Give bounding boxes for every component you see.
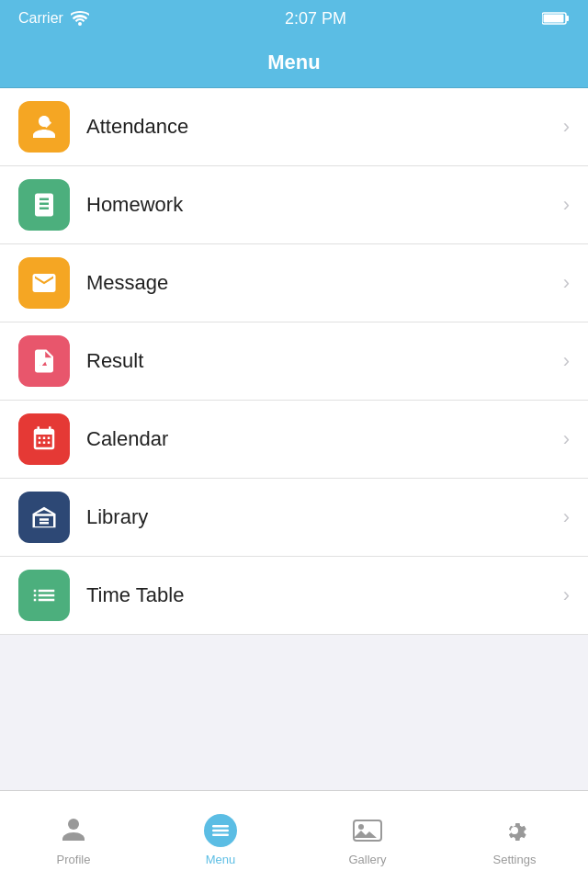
library-icon (18, 492, 70, 543)
homework-label: Homework (86, 193, 563, 217)
message-chevron: › (563, 271, 570, 295)
timetable-chevron: › (563, 583, 570, 607)
svg-point-3 (68, 819, 79, 830)
library-chevron: › (563, 505, 570, 529)
timetable-icon (18, 570, 70, 621)
calendar-chevron: › (563, 427, 570, 451)
svg-rect-5 (212, 825, 229, 828)
svg-rect-6 (212, 830, 229, 832)
gallery-tab-label: Gallery (348, 853, 386, 866)
menu-item-calendar[interactable]: Calendar › (0, 401, 588, 479)
status-time: 2:07 PM (285, 9, 346, 28)
message-label: Message (86, 271, 563, 295)
wifi-icon (71, 11, 89, 26)
attendance-label: Attendance (86, 115, 563, 139)
result-chevron: › (563, 349, 570, 373)
svg-rect-2 (544, 15, 564, 23)
menu-tab-icon (204, 814, 237, 847)
tab-settings[interactable]: Settings (441, 807, 588, 866)
homework-icon (18, 179, 70, 231)
menu-item-message[interactable]: Message › (0, 244, 588, 322)
calendar-label: Calendar (86, 427, 563, 451)
tab-profile[interactable]: Profile (0, 807, 147, 866)
header: Menu (0, 37, 588, 88)
settings-tab-icon (498, 814, 531, 847)
homework-chevron: › (563, 193, 570, 217)
menu-item-timetable[interactable]: Time Table › (0, 557, 588, 635)
svg-rect-7 (212, 834, 229, 837)
settings-tab-label: Settings (493, 853, 537, 866)
battery-icon (542, 11, 570, 26)
profile-tab-icon (57, 814, 90, 847)
battery-area (542, 11, 570, 26)
profile-tab-label: Profile (57, 853, 91, 866)
menu-item-result[interactable]: Result › (0, 322, 588, 401)
result-label: Result (86, 349, 563, 373)
carrier-wifi: Carrier (18, 10, 89, 27)
status-bar: Carrier 2:07 PM (0, 0, 588, 37)
svg-point-9 (358, 824, 364, 830)
menu-item-library[interactable]: Library › (0, 479, 588, 557)
svg-rect-1 (566, 16, 569, 21)
message-icon (18, 257, 70, 309)
library-label: Library (86, 505, 563, 529)
attendance-chevron: › (563, 115, 570, 139)
menu-item-homework[interactable]: Homework › (0, 166, 588, 244)
gallery-tab-icon (351, 814, 384, 847)
menu-item-attendance[interactable]: Attendance › (0, 88, 588, 166)
tab-gallery[interactable]: Gallery (294, 807, 441, 866)
tab-menu[interactable]: Menu (147, 807, 294, 866)
result-icon (18, 335, 70, 387)
calendar-icon (18, 413, 70, 465)
menu-list: Attendance › Homework › Message › Result… (0, 88, 588, 635)
carrier-text: Carrier (18, 10, 63, 27)
menu-tab-label: Menu (206, 853, 236, 866)
timetable-label: Time Table (86, 583, 563, 607)
tab-bar: Profile Menu Gallery Settings (0, 790, 588, 882)
page-title: Menu (267, 51, 320, 74)
attendance-icon (18, 101, 70, 153)
